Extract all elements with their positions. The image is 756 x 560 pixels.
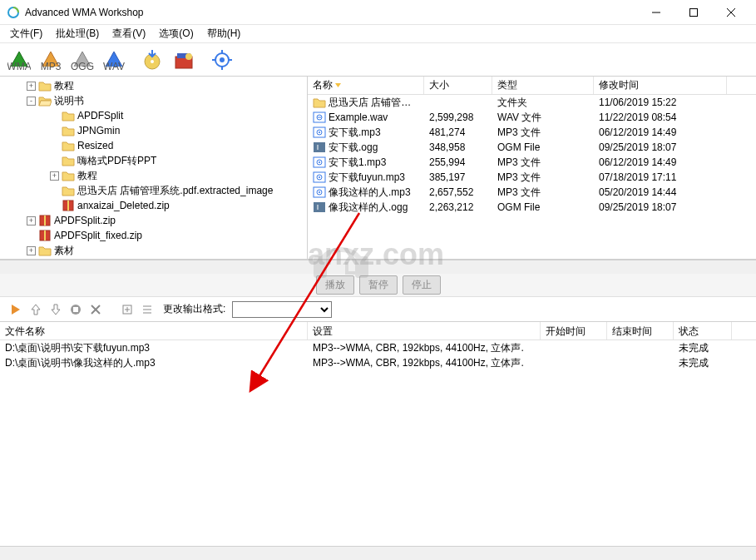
qcol-settings[interactable]: 设置	[308, 322, 541, 339]
close-button[interactable]	[712, 1, 749, 24]
col-type[interactable]: 类型	[492, 77, 594, 94]
pause-button[interactable]: 暂停	[359, 275, 398, 295]
file-size	[424, 102, 492, 103]
folder-icon	[62, 110, 75, 121]
window-title: Advanced WMA Workshop	[25, 7, 637, 18]
queue-hscrollbar[interactable]	[0, 546, 756, 560]
menu-view[interactable]: 查看(V)	[106, 25, 152, 42]
col-size[interactable]: 大小	[424, 77, 492, 94]
tool-cd[interactable]	[138, 46, 166, 74]
file-row[interactable]: 安下载.mp3481,274MP3 文件06/12/2019 14:49	[308, 125, 756, 140]
play-button[interactable]: 播放	[316, 275, 354, 295]
tree-item-label: APDFSplit_fixed.zip	[54, 230, 142, 241]
no-expander	[50, 126, 59, 136]
queue-row[interactable]: D:\桌面\说明书\像我这样的人.mp3MP3-->WMA, CBR, 192k…	[0, 355, 756, 370]
folder-icon	[62, 170, 75, 181]
queue-stop-icon[interactable]	[67, 300, 85, 319]
mp3-icon	[313, 126, 326, 138]
queue-start	[541, 347, 607, 349]
file-row[interactable]: 像我这样的人.mp32,657,552MP3 文件05/20/2019 14:4…	[308, 185, 756, 200]
tool-ogg[interactable]: OGG	[68, 46, 96, 74]
collapse-icon[interactable]: -	[27, 97, 36, 106]
queue-up-icon[interactable]	[27, 300, 45, 319]
tool-settings[interactable]	[208, 46, 236, 74]
qcol-status[interactable]: 状态	[674, 322, 732, 339]
qcol-file[interactable]: 文件名称	[0, 322, 308, 339]
queue-add-icon[interactable]	[118, 300, 136, 319]
file-row[interactable]: 思迅天店 店铺管理系...文件夹11/06/2019 15:22	[308, 95, 756, 110]
file-name: Example.wav	[329, 112, 388, 123]
change-format-label: 更改输出格式:	[163, 302, 225, 316]
maximize-button[interactable]	[674, 1, 712, 24]
tree-item[interactable]: 嗨格式PDF转PPT	[0, 153, 307, 168]
queue-header: 文件名称 设置 开始时间 结束时间 状态	[0, 322, 756, 340]
folder-tree[interactable]: +教程-说明书APDFSplitJPNGminResized嗨格式PDF转PPT…	[0, 77, 308, 259]
col-modified[interactable]: 修改时间	[594, 77, 727, 94]
file-row[interactable]: Example.wav2,599,298WAV 文件11/22/2019 08:…	[308, 110, 756, 125]
no-expander	[50, 156, 59, 166]
qcol-start[interactable]: 开始时间	[541, 322, 607, 339]
col-name[interactable]: 名称	[308, 77, 424, 94]
tree-item-label: 教程	[54, 79, 74, 93]
expand-icon[interactable]: +	[27, 246, 36, 255]
svg-rect-31	[314, 142, 325, 152]
menubar: 文件(F) 批处理(B) 查看(V) 选项(O) 帮助(H)	[0, 25, 756, 43]
menu-batch[interactable]: 批处理(B)	[49, 25, 106, 42]
file-date: 11/22/2019 08:54	[594, 111, 727, 124]
minimize-button[interactable]	[637, 1, 674, 24]
folder-icon	[38, 80, 52, 92]
file-name: 像我这样的人.ogg	[329, 201, 408, 213]
menu-options[interactable]: 选项(O)	[152, 25, 200, 42]
tree-item[interactable]: APDFSplit_fixed.zip	[0, 228, 307, 243]
queue-down-icon[interactable]	[47, 300, 65, 319]
expand-icon[interactable]: +	[27, 216, 36, 225]
tree-item[interactable]: +教程	[0, 78, 307, 93]
tree-item[interactable]: -说明书	[0, 93, 307, 108]
tool-mp3[interactable]: MP3	[37, 46, 65, 74]
queue-list-icon[interactable]	[138, 300, 156, 319]
tool-wma[interactable]: WMA	[5, 46, 33, 74]
expand-icon[interactable]: +	[50, 171, 59, 181]
tree-item[interactable]: +教程	[0, 168, 307, 183]
tree-item[interactable]: +素材	[0, 243, 307, 258]
wav-icon	[313, 112, 326, 123]
queue-start-icon[interactable]	[7, 300, 25, 319]
tree-hscrollbar[interactable]	[0, 260, 756, 274]
svg-rect-2	[689, 8, 697, 16]
tool-tags[interactable]	[170, 46, 198, 74]
file-date: 06/12/2019 14:49	[594, 156, 727, 169]
file-date: 11/06/2019 15:22	[594, 96, 727, 109]
file-row[interactable]: 安下载fuyun.mp3385,197MP3 文件07/18/2019 17:1…	[308, 170, 756, 185]
svg-point-30	[319, 131, 320, 133]
queue-row[interactable]: D:\桌面\说明书\安下载fuyun.mp3MP3-->WMA, CBR, 19…	[0, 340, 756, 355]
file-row[interactable]: 安下载1.mp3255,994MP3 文件06/12/2019 14:49	[308, 155, 756, 170]
tree-item-label: Resized	[77, 140, 113, 151]
queue-file: D:\桌面\说明书\安下载fuyun.mp3	[0, 340, 308, 356]
tree-item[interactable]: +APDFSplit.zip	[0, 213, 307, 228]
tree-item[interactable]: Resized	[0, 138, 307, 153]
queue-end	[607, 347, 674, 349]
output-format-combo[interactable]	[232, 301, 332, 318]
file-row[interactable]: 像我这样的人.ogg2,263,212OGM File09/25/2019 18…	[308, 200, 756, 215]
tree-item[interactable]: 思迅天店 店铺管理系统.pdf.extracted_image	[0, 183, 307, 198]
svg-rect-41	[314, 202, 325, 212]
queue-clear-icon[interactable]	[86, 300, 105, 319]
queue-body[interactable]: D:\桌面\说明书\安下载fuyun.mp3MP3-->WMA, CBR, 19…	[0, 340, 756, 548]
expand-icon[interactable]: +	[27, 82, 36, 91]
file-row[interactable]: 安下载.ogg348,958OGM File09/25/2019 18:07	[308, 140, 756, 155]
qcol-end[interactable]: 结束时间	[607, 322, 674, 339]
file-type: MP3 文件	[492, 125, 594, 141]
tree-item[interactable]: anxaizai_Deleted.zip	[0, 198, 307, 213]
tree-item[interactable]: APDFSplit	[0, 108, 307, 123]
file-type: 文件夹	[492, 95, 594, 111]
no-expander	[27, 231, 36, 240]
titlebar: Advanced WMA Workshop	[0, 0, 756, 25]
tree-item[interactable]: JPNGmin	[0, 123, 307, 138]
tree-item-label: APDFSplit.zip	[54, 215, 116, 226]
stop-button[interactable]: 停止	[403, 275, 441, 295]
file-size: 255,994	[424, 156, 492, 169]
tool-wav[interactable]: WAV	[100, 46, 128, 74]
file-size: 2,657,552	[424, 186, 492, 199]
menu-help[interactable]: 帮助(H)	[200, 25, 248, 42]
menu-file[interactable]: 文件(F)	[3, 25, 49, 42]
